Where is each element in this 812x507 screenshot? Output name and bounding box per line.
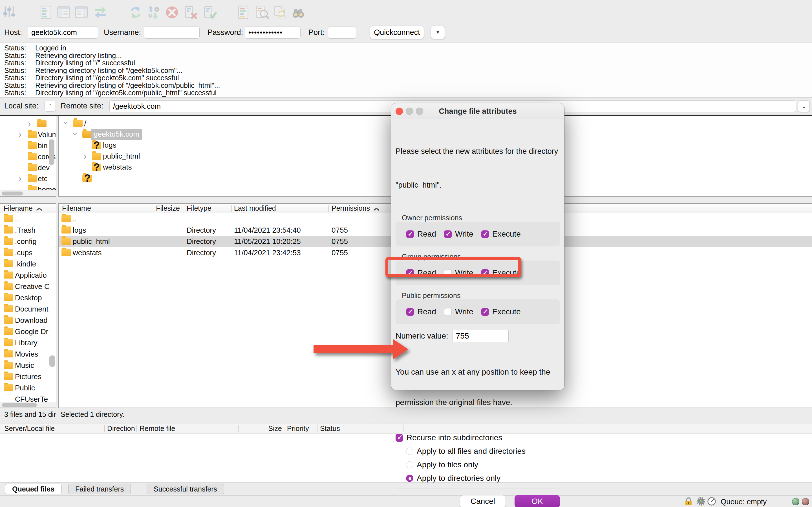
queue-col-remote-file[interactable]: Remote file: [140, 424, 175, 433]
scrollbar-thumb[interactable]: [2, 191, 23, 195]
tab-failed-transfers[interactable]: Failed transfers: [68, 484, 131, 494]
filename-column-header[interactable]: Filename: [4, 204, 33, 212]
process-queue-icon[interactable]: [146, 5, 161, 20]
permissions-column-header[interactable]: Permissions: [332, 204, 370, 212]
chevron-right-icon[interactable]: [26, 118, 33, 129]
local-list-header[interactable]: Filename: [0, 203, 56, 213]
list-item-Applicatio[interactable]: Applicatio: [0, 270, 56, 281]
list-item-Google Dr[interactable]: Google Dr: [0, 326, 56, 337]
lock-icon[interactable]: [683, 497, 694, 506]
list-item-Pictures[interactable]: Pictures: [0, 371, 56, 382]
folder-icon: [4, 362, 13, 369]
list-item-Music[interactable]: Music: [0, 360, 56, 371]
checkbox-execute[interactable]: [481, 308, 489, 316]
local-tree-hscrollbar[interactable]: [0, 190, 56, 196]
checkbox-write[interactable]: [444, 308, 452, 316]
minimize-button[interactable]: [406, 108, 413, 115]
recurse-checkbox[interactable]: [396, 434, 403, 442]
synchronized-browsing-icon[interactable]: [272, 5, 287, 20]
numeric-help-text: You can use an x at any position to keep…: [396, 347, 560, 428]
chevron-down-icon[interactable]: [63, 118, 70, 129]
zoom-button[interactable]: [416, 108, 423, 115]
tree-item-bin[interactable]: bin: [0, 140, 56, 151]
log-line-type: Status:: [4, 89, 26, 97]
local-tree-vscrollbar[interactable]: [49, 139, 54, 165]
list-item-Public[interactable]: Public: [0, 382, 56, 393]
port-input[interactable]: [328, 26, 356, 39]
queue-col-size[interactable]: Size: [240, 424, 282, 433]
checkbox-read[interactable]: [406, 230, 414, 238]
list-item-.cups[interactable]: .cups: [0, 247, 56, 258]
disconnect-icon[interactable]: [183, 5, 197, 20]
checkbox-read[interactable]: [406, 308, 414, 316]
list-item-Desktop[interactable]: Desktop: [0, 292, 56, 303]
directory-comparison-icon[interactable]: [255, 5, 269, 20]
queue-tabs: Queued filesFailed transfersSuccessful t…: [0, 482, 812, 495]
quickconnect-button[interactable]: Quickconnect: [370, 25, 424, 39]
list-item-.config[interactable]: .config: [0, 236, 56, 247]
reconnect-icon[interactable]: [202, 5, 216, 20]
cancel-icon[interactable]: [165, 5, 179, 20]
chevron-right-icon[interactable]: [82, 151, 89, 162]
quickconnect-dropdown-button[interactable]: ▼: [431, 25, 445, 39]
list-item-Document[interactable]: Document: [0, 303, 56, 315]
local-list-vscrollbar[interactable]: [49, 355, 55, 367]
close-button[interactable]: [396, 108, 403, 115]
list-item-Movies[interactable]: Movies: [0, 348, 56, 360]
numeric-value-input[interactable]: [452, 330, 509, 342]
checkbox-execute[interactable]: [481, 230, 489, 238]
checkbox-write[interactable]: [444, 230, 452, 238]
find-files-icon[interactable]: [291, 5, 306, 20]
tree-item[interactable]: [0, 118, 56, 129]
local-tree-toggle-icon[interactable]: [56, 5, 71, 20]
queue-col-server-local[interactable]: Server/Local file: [4, 424, 55, 433]
list-item-Download[interactable]: Download: [0, 315, 56, 326]
remote-tree-toggle-icon[interactable]: [74, 5, 89, 20]
tab-successful-transfers[interactable]: Successful transfers: [147, 484, 224, 494]
queue-col-priority[interactable]: Priority: [287, 424, 309, 433]
chevron-right-icon[interactable]: [16, 173, 24, 184]
filename-column-header[interactable]: Filename: [62, 204, 91, 213]
ok-button[interactable]: OK: [515, 495, 560, 507]
site-manager-icon[interactable]: [2, 5, 17, 20]
radio-apply-to-all-files-and-directories[interactable]: [406, 448, 413, 455]
chevron-right-icon[interactable]: [16, 129, 24, 140]
scrollbar-thumb[interactable]: [2, 403, 37, 407]
log-line-type: Status:: [4, 59, 26, 67]
list-item-Creative C[interactable]: Creative C: [0, 281, 56, 292]
refresh-icon[interactable]: [128, 5, 143, 20]
tree-item-cores[interactable]: cores: [0, 151, 56, 162]
remote-site-dropdown-button[interactable]: ⌄: [798, 100, 810, 112]
cancel-button[interactable]: Cancel: [460, 495, 506, 507]
tree-label: geekto5k.com: [91, 129, 142, 140]
radio-apply-to-files-only[interactable]: [406, 461, 413, 468]
radio-apply-to-directories-only[interactable]: [406, 474, 413, 482]
list-item-.kindle[interactable]: .kindle: [0, 258, 56, 270]
host-input[interactable]: [28, 26, 98, 39]
local-list-hscrollbar[interactable]: [0, 402, 56, 408]
list-item-.Trash[interactable]: .Trash: [0, 224, 56, 236]
last-modified-column-header[interactable]: Last modified: [234, 204, 276, 213]
message-log-toggle-icon[interactable]: [39, 5, 53, 20]
chevron-down-icon[interactable]: [72, 129, 80, 140]
filesize-column-header[interactable]: Filesize: [144, 204, 180, 213]
list-item-Library[interactable]: Library: [0, 337, 56, 348]
tab-queued-files[interactable]: Queued files: [5, 484, 61, 494]
list-item-..[interactable]: ..: [0, 213, 56, 224]
filetype-column-header[interactable]: Filetype: [187, 204, 211, 213]
queue-col-status[interactable]: Status: [320, 424, 340, 433]
log-line: Status:Directory listing of "/geekto5k.c…: [0, 89, 812, 97]
queue-col-direction[interactable]: Direction: [107, 424, 135, 433]
tree-item-etc[interactable]: etc: [0, 173, 56, 184]
password-input[interactable]: [245, 26, 301, 39]
speed-limits-icon[interactable]: [707, 497, 717, 506]
swap-panes-icon[interactable]: [93, 5, 108, 20]
tree-item-Volumes[interactable]: Volumes: [0, 129, 56, 140]
directory-filter-icon[interactable]: [236, 5, 251, 20]
username-input[interactable]: [144, 26, 200, 39]
tree-item-dev[interactable]: dev: [0, 162, 56, 173]
sort-asc-icon: [36, 207, 42, 211]
filetype-settings-icon[interactable]: A: [696, 497, 706, 506]
local-site-combobox[interactable]: ˇ: [45, 101, 56, 112]
radio-label: Apply to directories only: [417, 474, 500, 483]
